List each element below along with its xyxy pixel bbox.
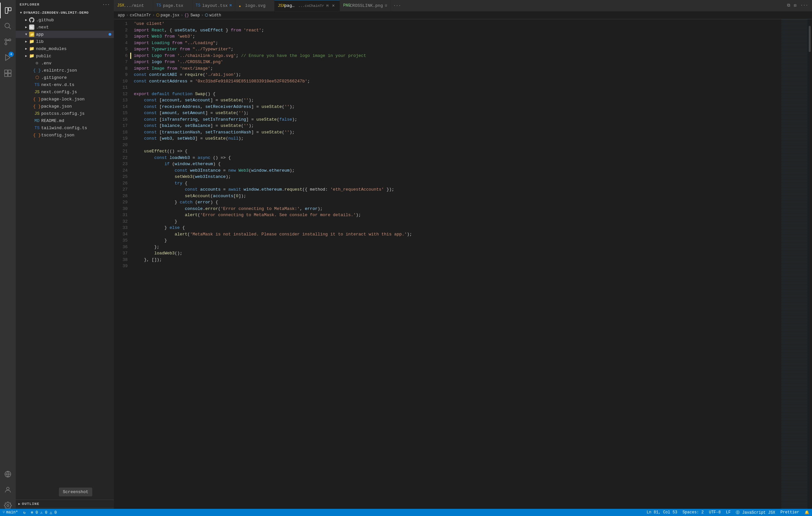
tree-item-nextconfig[interactable]: ▶ JS next.config.js xyxy=(16,88,114,95)
breadcrumb-pagejsx[interactable]: page.jsx xyxy=(161,13,180,18)
code-line-19: const [web3, setWeb3] = useState(null); xyxy=(131,135,781,142)
line-numbers: 1 2 3 4 5 6 7 8 9 10 11 12 13 14 15 16 1… xyxy=(114,19,130,516)
tab-mint-jsx[interactable]: JSX .../mint xyxy=(114,0,153,11)
scrollbar[interactable] xyxy=(807,19,812,516)
breadcrumb-app[interactable]: app xyxy=(118,13,125,18)
tree-item-tailwind[interactable]: ▶ TS tailwind.config.ts xyxy=(16,124,114,131)
outline-label: OUTLINE xyxy=(22,502,39,506)
sidebar-title: EXPLORER xyxy=(20,3,39,6)
tree-item-next[interactable]: ▶ N .next xyxy=(16,24,114,31)
postcss-file-icon: JS xyxy=(34,111,40,116)
tab-logo-svg[interactable]: ✦ logo.svg xyxy=(235,0,274,11)
lib-folder-icon: 📁 xyxy=(29,39,35,44)
tab-layout-tsx[interactable]: TS layout.tsx M xyxy=(192,0,235,11)
svg-rect-8 xyxy=(5,70,7,73)
logo-svg-label: logo.svg xyxy=(245,3,271,8)
source-control-activity-icon[interactable] xyxy=(0,34,16,50)
code-line-26: try { xyxy=(131,180,781,187)
status-eol[interactable]: LF xyxy=(723,509,733,516)
line-num-16: 16 xyxy=(114,116,127,123)
line-num-26: 26 xyxy=(114,180,127,187)
line-col-text: Ln 81, Col 53 xyxy=(647,510,677,515)
status-right: Ln 81, Col 53 Spaces: 2 UTF-8 LF ⓪ JavaS… xyxy=(644,509,812,516)
breadcrumb-swap[interactable]: Swap xyxy=(191,13,200,18)
code-line-37: loadWeb3(); xyxy=(131,250,781,257)
node-modules-arrow: ▶ xyxy=(24,47,29,51)
code-line-34: alert('MetaMask is not installed. Please… xyxy=(131,231,781,238)
public-label: public xyxy=(36,54,114,59)
status-prettier[interactable]: Prettier xyxy=(778,509,802,516)
debug-activity-icon[interactable]: 4 xyxy=(0,50,16,65)
remote-activity-icon[interactable] xyxy=(0,466,16,482)
nextenv-label: next-env.d.ts xyxy=(41,82,114,87)
line-num-3: 3 xyxy=(114,33,127,40)
code-line-8: import Image from 'next/image'; xyxy=(131,65,781,72)
tree-item-packagejson[interactable]: ▶ { } package.json xyxy=(16,103,114,110)
line-num-9: 9 xyxy=(114,71,127,78)
explorer-activity-icon[interactable] xyxy=(0,3,16,18)
tree-item-github[interactable]: ▶ .github xyxy=(16,17,114,24)
line-num-24: 24 xyxy=(114,168,127,174)
editor-layout-icon[interactable]: ⊟ xyxy=(793,2,798,9)
tree-item-packagelock[interactable]: ▶ { } package-lock.json xyxy=(16,95,114,103)
line-num-7: 7 xyxy=(114,59,127,65)
logo-svg-icon: ✦ xyxy=(238,3,243,8)
tree-item-nextenv[interactable]: ▶ TS next-env.d.ts xyxy=(16,81,114,88)
line-num-39: 39 xyxy=(114,263,127,269)
tab-page-js[interactable]: JSX page.jsx ...cxChainTr M × xyxy=(274,0,340,11)
line-num-36: 36 xyxy=(114,244,127,250)
tree-item-gitignore[interactable]: ▶ ⬡ .gitignore xyxy=(16,74,114,81)
encoding-text: UTF-8 xyxy=(709,510,721,515)
breadcrumb-width[interactable]: width xyxy=(209,13,221,18)
status-spaces[interactable]: Spaces: 2 xyxy=(680,509,706,516)
tree-item-postcss[interactable]: ▶ JS postcss.config.js xyxy=(16,110,114,117)
page-js-path: ...cxChainTr M xyxy=(298,4,328,8)
sidebar-more-icon[interactable]: ··· xyxy=(103,3,110,6)
status-language[interactable]: ⓪ JavaScript JSX xyxy=(733,509,778,516)
readme-label: README.md xyxy=(41,118,114,123)
tree-item-readme[interactable]: ▶ MD README.md xyxy=(16,117,114,124)
status-notifications[interactable]: 🔔 xyxy=(802,509,812,516)
tab-page-tsx[interactable]: TS page.tsx xyxy=(153,0,192,11)
tree-item-env[interactable]: ▶ ⚙ .env xyxy=(16,60,114,67)
search-activity-icon[interactable] xyxy=(0,18,16,34)
tree-item-eslint[interactable]: ▶ { } .eslintrc.json xyxy=(16,67,114,74)
page-js-close[interactable]: × xyxy=(330,3,336,9)
tab-crosslink-png[interactable]: PNG CROSSLINK.png U xyxy=(340,0,390,11)
status-encoding[interactable]: UTF-8 xyxy=(706,509,723,516)
tree-item-lib[interactable]: ▶ 📁 lib xyxy=(16,38,114,45)
account-activity-icon[interactable] xyxy=(0,482,16,498)
tree-item-app[interactable]: ▼ 📁 app xyxy=(16,31,114,38)
code-line-32: } xyxy=(131,218,781,225)
lib-arrow: ▶ xyxy=(24,39,29,43)
tree-root[interactable]: ▼ DYNAMIC-ZERODEV-UNLIMIT-DEMO xyxy=(16,9,114,17)
tabs-more-icon[interactable]: ··· xyxy=(390,3,403,8)
line-num-22: 22 xyxy=(114,155,127,161)
nextconfig-label: next.config.js xyxy=(41,90,114,94)
tabs-bar: JSX .../mint TS page.tsx TS layout.tsx M… xyxy=(114,0,812,11)
line-num-19: 19 xyxy=(114,135,127,142)
code-line-36: }; xyxy=(131,244,781,250)
code-line-2: import React, { useState, useEffect } fr… xyxy=(131,27,781,34)
code-line-28: setAccount(accounts[0]); xyxy=(131,193,781,200)
split-editor-icon[interactable]: ⧉ xyxy=(786,2,791,9)
code-line-10: const contractAddress = '0xc31bdFe910214… xyxy=(131,78,781,85)
code-line-15: const [amount, setAmount] = useState('')… xyxy=(131,110,781,116)
env-label: .env xyxy=(41,61,114,66)
code-line-16: const [isTransferring, setIsTransferring… xyxy=(131,116,781,123)
editor-more-icon[interactable]: ··· xyxy=(799,2,809,9)
outline-header[interactable]: ▶ OUTLINE xyxy=(16,500,114,508)
tree-item-tsconfig[interactable]: ▶ { } tsconfig.json xyxy=(16,131,114,139)
code-editor[interactable]: 'use client' import React, { useState, u… xyxy=(131,19,781,516)
line-num-4: 4 xyxy=(114,40,127,47)
tree-item-node-modules[interactable]: ▶ 📁 node_modules xyxy=(16,45,114,52)
app-label: app xyxy=(36,32,109,37)
code-line-1: 'use client' xyxy=(131,21,781,27)
code-line-21: useEffect(() => { xyxy=(131,148,781,155)
breadcrumb-cxchaintr[interactable]: cxChainTr xyxy=(130,13,151,18)
svg-rect-11 xyxy=(8,73,11,77)
extensions-activity-icon[interactable] xyxy=(0,65,16,81)
status-line-col[interactable]: Ln 81, Col 53 xyxy=(644,509,680,516)
tree-item-public[interactable]: ▶ 📁 public xyxy=(16,52,114,60)
scrollbar-thumb[interactable] xyxy=(809,26,811,52)
